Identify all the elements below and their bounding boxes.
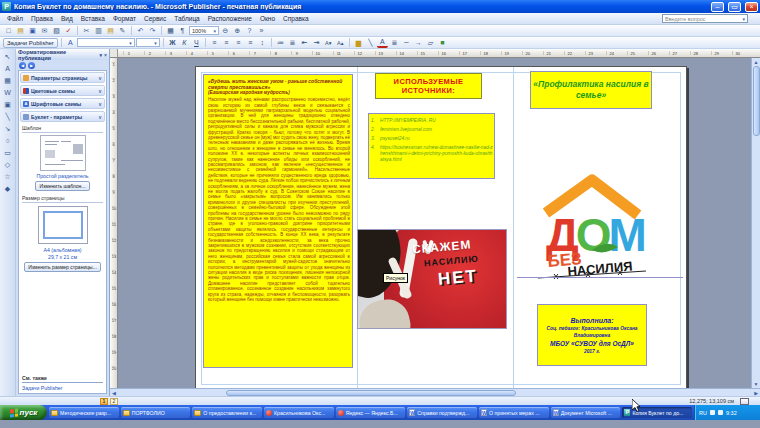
tshirt-photo[interactable]: СКАЖЕМ НАСИЛИЮ НЕТ: [357, 229, 507, 329]
section-font-schemes[interactable]: A Шрифтовые схемы ∨: [20, 98, 105, 109]
arrow-style-button[interactable]: →: [413, 38, 424, 48]
publisher-tasks-link[interactable]: Задачи Publisher: [22, 385, 103, 391]
zoom-combo[interactable]: 100% ▾: [189, 26, 219, 35]
line-style-button[interactable]: ≣: [389, 38, 400, 48]
change-template-button[interactable]: Изменить шаблон...: [35, 181, 89, 191]
taskbar-item[interactable]: WСправки подтвержд...: [407, 407, 477, 418]
sources-list-box[interactable]: 1. HTTP://MYEMPEIRIA. RU 2. feminism.liv…: [368, 113, 495, 179]
horizontal-scrollbar[interactable]: ◀ ▶: [110, 388, 760, 396]
underline-button[interactable]: Ч: [191, 38, 202, 48]
restore-button[interactable]: ▭: [728, 2, 741, 12]
scroll-up-icon[interactable]: ▲: [754, 58, 759, 66]
tray-icon[interactable]: [710, 410, 715, 415]
language-indicator[interactable]: RU: [699, 410, 707, 416]
spelling-button[interactable]: ✓: [63, 26, 74, 36]
save-button[interactable]: ▣: [27, 26, 38, 36]
paste-button[interactable]: ▤: [105, 26, 116, 36]
insert-table-button[interactable]: ▦: [165, 26, 176, 36]
sources-title-box[interactable]: ИСПОЛЬЗУЕМЫЕ ИСТОЧНИКИ:: [375, 73, 482, 99]
copy-button[interactable]: ▥: [93, 26, 104, 36]
menu-window[interactable]: Окно: [256, 14, 279, 23]
page-2-button[interactable]: 2: [110, 398, 118, 405]
minimize-button[interactable]: –: [711, 2, 724, 12]
zoom-out-button[interactable]: ⊖: [220, 26, 231, 36]
align-center-button[interactable]: ≡: [221, 38, 232, 48]
menu-view[interactable]: Вид: [57, 14, 77, 23]
horizontal-scroll-thumb[interactable]: [226, 390, 516, 396]
menu-arrange[interactable]: Расположение: [204, 14, 256, 23]
scroll-down-icon[interactable]: ▼: [754, 380, 759, 388]
bookmark-icon[interactable]: ☆: [2, 171, 14, 182]
mail-button[interactable]: ✉: [39, 26, 50, 36]
page-size-thumbnail[interactable]: [38, 206, 88, 244]
insert-table-icon[interactable]: ▦: [2, 75, 14, 86]
increase-font-button[interactable]: A▴: [335, 38, 346, 48]
help-question-input[interactable]: Введите вопрос ▾: [662, 14, 748, 23]
volume-icon[interactable]: [718, 410, 723, 415]
align-left-button[interactable]: ≡: [209, 38, 220, 48]
change-page-size-button[interactable]: Изменить размер страницы...: [24, 262, 101, 272]
arrow-tool-icon[interactable]: ↘: [2, 123, 14, 134]
print-preview-button[interactable]: ▧: [51, 26, 62, 36]
increase-indent-button[interactable]: ⇥: [311, 38, 322, 48]
nav-forward-icon[interactable]: ▶: [28, 62, 35, 69]
font-color-button[interactable]: A: [377, 38, 388, 48]
menu-table[interactable]: Таблица: [170, 14, 204, 23]
menu-tools[interactable]: Сервис: [140, 14, 170, 23]
menu-format[interactable]: Формат: [109, 14, 140, 23]
publication-page[interactable]: «Будешь жить женским умом - раньше собст…: [195, 66, 687, 388]
taskbar-item[interactable]: О предоставлении к...: [192, 407, 262, 418]
section-page-options[interactable]: Параметры страницы ∨: [20, 72, 105, 83]
section-color-schemes[interactable]: Цветовые схемы ∨: [20, 85, 105, 96]
font-name-combo[interactable]: ▾: [77, 38, 135, 47]
oval-tool-icon[interactable]: ○: [2, 135, 14, 146]
cover-title-box[interactable]: «Профилактика насилия в семье»: [530, 71, 652, 109]
menu-file[interactable]: Файл: [3, 14, 27, 23]
taskbar-item[interactable]: WО принятых мерах ...: [479, 407, 549, 418]
select-objects-icon[interactable]: ↖: [2, 51, 14, 62]
decrease-font-button[interactable]: A▾: [323, 38, 334, 48]
bold-button[interactable]: Ж: [167, 38, 178, 48]
bullet-list-button[interactable]: ≣: [287, 38, 298, 48]
design-gallery-icon[interactable]: ◆: [2, 183, 14, 194]
threed-style-button[interactable]: ■: [437, 38, 448, 48]
dom-bez-nasiliya-logo[interactable]: ДОМ БЕЗ НАСИЛИЯ: [534, 167, 650, 281]
new-button[interactable]: □: [3, 26, 14, 36]
vertical-scrollbar[interactable]: ▲ ▼: [751, 58, 760, 388]
pane-menu-icon[interactable]: ▾: [100, 52, 103, 58]
toolbar-options-button[interactable]: »: [256, 26, 267, 36]
pane-close-icon[interactable]: ×: [104, 52, 107, 58]
text-box-icon[interactable]: A: [2, 63, 14, 74]
decrease-indent-button[interactable]: ⇤: [299, 38, 310, 48]
styles-button[interactable]: A: [65, 38, 76, 48]
dash-style-button[interactable]: ┄: [401, 38, 412, 48]
v-ruler[interactable]: 1234567891011121314151617181920: [110, 58, 118, 388]
nav-back-icon[interactable]: ◀: [19, 62, 26, 69]
section-booklet-options[interactable]: Буклет - параметры ∨: [20, 111, 105, 122]
menu-edit[interactable]: Правка: [27, 14, 57, 23]
font-size-combo[interactable]: ▾: [136, 38, 160, 47]
taskbar-item[interactable]: Яндекс — Яндекс.Б...: [336, 407, 406, 418]
history-text-box[interactable]: «Будешь жить женским умом - раньше собст…: [203, 74, 353, 368]
taskbar-item[interactable]: ПОРТФОЛИО: [121, 407, 191, 418]
numbered-list-button[interactable]: ≔: [275, 38, 286, 48]
rectangle-tool-icon[interactable]: ▭: [2, 147, 14, 158]
shadow-style-button[interactable]: ▱: [425, 38, 436, 48]
vertical-scroll-thumb[interactable]: [753, 66, 760, 136]
close-button[interactable]: ×: [745, 2, 758, 12]
h-ruler[interactable]: 1234567891011121314151617181920212223242…: [118, 49, 760, 58]
workspace[interactable]: «Будешь жить женским умом - раньше собст…: [118, 58, 751, 388]
template-thumbnail[interactable]: [40, 135, 86, 171]
publisher-tasks-button[interactable]: Задачи Publisher: [3, 38, 58, 48]
line-spacing-button[interactable]: ↕: [257, 38, 268, 48]
taskbar-item[interactable]: Методические разр...: [49, 407, 119, 418]
taskbar-item[interactable]: Красильникова Окс...: [264, 407, 334, 418]
taskbar-item[interactable]: WДокумент Microsoft ...: [551, 407, 621, 418]
redo-button[interactable]: ↷: [147, 26, 158, 36]
autoshapes-icon[interactable]: ◇: [2, 159, 14, 170]
align-right-button[interactable]: ≡: [233, 38, 244, 48]
special-characters-button[interactable]: ¶: [177, 26, 188, 36]
wordart-icon[interactable]: W: [2, 87, 14, 98]
align-justify-button[interactable]: ≡: [245, 38, 256, 48]
menu-help[interactable]: Справка: [279, 14, 313, 23]
